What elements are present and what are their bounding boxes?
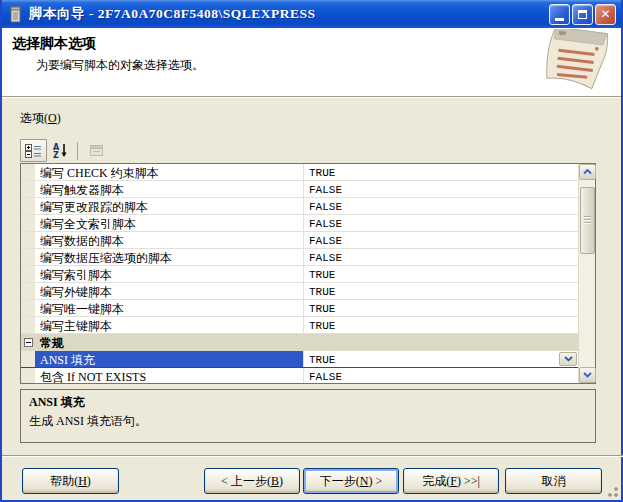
grid-category-row[interactable]: 常规 <box>21 334 578 351</box>
script-wizard-dialog: 脚本向导 - 2F7A0A70C8F5408\SQLEXPRESS ✕ 选择脚本… <box>0 0 623 502</box>
minimize-button[interactable] <box>549 4 570 25</box>
option-label[interactable]: 编写数据压缩选项的脚本 <box>35 249 304 265</box>
option-label[interactable]: 编写更改跟踪的脚本 <box>35 198 304 214</box>
option-label[interactable]: 编写唯一键脚本 <box>35 300 304 316</box>
resize-grip[interactable] <box>607 486 619 498</box>
vertical-scrollbar[interactable] <box>578 164 595 383</box>
property-grid-toolbar: A Z <box>20 138 110 163</box>
option-value-text: FALSE <box>309 235 342 247</box>
option-value[interactable]: TRUE <box>304 266 578 282</box>
row-gutter <box>21 198 35 214</box>
option-label[interactable]: 常规 <box>35 334 578 350</box>
option-value[interactable]: TRUE <box>304 283 578 299</box>
option-value[interactable]: TRUE <box>304 164 578 180</box>
option-value-text: TRUE <box>309 354 335 366</box>
grid-option-row[interactable]: 编写主键脚本TRUE <box>21 317 578 334</box>
footer-divider <box>2 455 623 457</box>
property-pages-icon <box>89 144 104 157</box>
value-dropdown-button[interactable] <box>559 352 577 366</box>
alphabetical-sort-button[interactable]: A Z <box>47 139 74 162</box>
grid-option-row[interactable]: 编写外键脚本TRUE <box>21 283 578 300</box>
option-label[interactable]: 包含 If NOT EXISTS <box>35 368 304 383</box>
help-button[interactable]: 帮助(H) <box>22 468 119 494</box>
row-gutter <box>21 351 35 367</box>
description-pane: ANSI 填充 生成 ANSI 填充语句。 <box>20 389 596 443</box>
row-gutter <box>21 300 35 316</box>
grid-option-row[interactable]: 编写 CHECK 约束脚本TRUE <box>21 164 578 181</box>
row-gutter <box>21 317 35 333</box>
grid-rows: 编写 CHECK 约束脚本TRUE编写触发器脚本FALSE编写更改跟踪的脚本FA… <box>21 164 578 383</box>
option-value-text: TRUE <box>309 286 335 298</box>
option-value-text: FALSE <box>309 371 342 383</box>
option-label[interactable]: 编写触发器脚本 <box>35 181 304 197</box>
scroll-up-icon <box>583 169 592 175</box>
toolbar-separator <box>77 142 78 160</box>
scroll-down-button[interactable] <box>579 367 596 383</box>
row-gutter <box>21 215 35 231</box>
option-label[interactable]: 编写主键脚本 <box>35 317 304 333</box>
page-title: 选择脚本选项 <box>12 35 96 53</box>
svg-text:Z: Z <box>53 151 59 158</box>
category-collapse-box[interactable] <box>21 334 35 350</box>
row-gutter <box>21 283 35 299</box>
option-value-text: FALSE <box>309 252 342 264</box>
grid-option-row[interactable]: ANSI 填充TRUE <box>21 351 578 368</box>
option-value-text: TRUE <box>309 303 335 315</box>
option-value-text: FALSE <box>309 218 342 230</box>
description-text: 生成 ANSI 填充语句。 <box>29 413 587 430</box>
option-label[interactable]: 编写索引脚本 <box>35 266 304 282</box>
minimize-icon <box>555 18 564 21</box>
option-label[interactable]: 编写外键脚本 <box>35 283 304 299</box>
option-label[interactable]: 编写 CHECK 约束脚本 <box>35 164 304 180</box>
row-gutter <box>21 266 35 282</box>
az-sort-icon: A Z <box>53 143 68 158</box>
option-value[interactable]: FALSE <box>304 232 578 248</box>
option-value[interactable]: TRUE <box>304 317 578 333</box>
option-label[interactable]: 编写全文索引脚本 <box>35 215 304 231</box>
property-pages-button[interactable] <box>83 139 110 162</box>
maximize-button[interactable] <box>572 4 593 25</box>
cancel-button[interactable]: 取消 <box>505 468 602 494</box>
grid-option-row[interactable]: 编写唯一键脚本TRUE <box>21 300 578 317</box>
option-label[interactable]: ANSI 填充 <box>35 351 304 367</box>
row-gutter <box>21 181 35 197</box>
script-wizard-icon <box>7 6 24 23</box>
row-gutter <box>21 164 35 180</box>
option-value[interactable]: TRUE <box>304 300 578 316</box>
grid-option-row[interactable]: 编写数据压缩选项的脚本FALSE <box>21 249 578 266</box>
description-title: ANSI 填充 <box>29 394 587 411</box>
grid-option-row[interactable]: 编写全文索引脚本FALSE <box>21 215 578 232</box>
option-value-text: TRUE <box>309 269 335 281</box>
options-label: 选项(O) <box>20 110 61 127</box>
option-label[interactable]: 编写数据的脚本 <box>35 232 304 248</box>
row-gutter <box>21 249 35 265</box>
finish-button[interactable]: 完成(F) >>| <box>403 468 499 494</box>
dropdown-icon <box>564 356 573 362</box>
option-value[interactable]: FALSE <box>304 215 578 231</box>
scrollbar-thumb[interactable] <box>580 187 595 254</box>
option-value[interactable]: FALSE <box>304 181 578 197</box>
back-button[interactable]: < 上一步(B) <box>204 468 300 494</box>
categorized-view-button[interactable] <box>20 139 47 162</box>
title-bar[interactable]: 脚本向导 - 2F7A0A70C8F5408\SQLEXPRESS ✕ <box>2 0 621 28</box>
scroll-artwork <box>534 29 618 95</box>
window-title: 脚本向导 - 2F7A0A70C8F5408\SQLEXPRESS <box>29 5 316 23</box>
close-button[interactable]: ✕ <box>595 4 616 25</box>
row-gutter <box>21 368 35 383</box>
option-value[interactable]: FALSE <box>304 198 578 214</box>
grid-option-row[interactable]: 包含 If NOT EXISTSFALSE <box>21 368 578 383</box>
option-value[interactable]: TRUE <box>304 351 578 367</box>
scroll-up-button[interactable] <box>579 164 596 180</box>
scroll-down-icon <box>583 372 592 378</box>
grid-option-row[interactable]: 编写数据的脚本FALSE <box>21 232 578 249</box>
collapse-icon <box>24 338 33 347</box>
option-value[interactable]: FALSE <box>304 249 578 265</box>
option-value-text: TRUE <box>309 167 335 179</box>
script-options-grid[interactable]: 编写 CHECK 约束脚本TRUE编写触发器脚本FALSE编写更改跟踪的脚本FA… <box>20 163 596 384</box>
grid-option-row[interactable]: 编写更改跟踪的脚本FALSE <box>21 198 578 215</box>
option-value[interactable]: FALSE <box>304 368 578 383</box>
grid-option-row[interactable]: 编写索引脚本TRUE <box>21 266 578 283</box>
grid-option-row[interactable]: 编写触发器脚本FALSE <box>21 181 578 198</box>
option-value-text: FALSE <box>309 184 342 196</box>
next-button[interactable]: 下一步(N) > <box>303 468 399 494</box>
